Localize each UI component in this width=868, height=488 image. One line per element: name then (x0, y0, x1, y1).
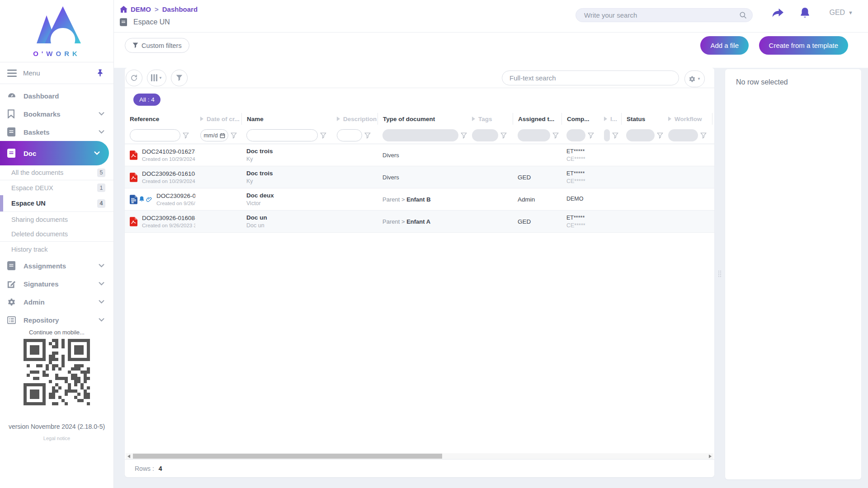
bell-icon[interactable] (799, 7, 811, 19)
sidebar-item-bookmarks[interactable]: Bookmarks (0, 105, 113, 123)
breadcrumb-root[interactable]: DEMO (131, 5, 151, 13)
create-from-template-button[interactable]: Create from a template (759, 36, 848, 55)
funnel-icon[interactable] (612, 132, 618, 139)
count-badge: 5 (97, 169, 105, 177)
user-menu[interactable]: GED ▼ (829, 9, 853, 17)
columns-button[interactable]: ▼ (147, 70, 166, 86)
sidebar-item-doc[interactable]: Doc (0, 141, 109, 165)
filter-reference-input[interactable] (130, 129, 180, 141)
sidebar: O'WORK Menu Dashboard Bookmarks (0, 0, 114, 488)
table-row[interactable]: DOC230926-01608-0Created on 9/26/2023 3:… (125, 211, 714, 233)
global-search (576, 8, 753, 22)
sidebar-item-signatures[interactable]: Signatures (0, 275, 113, 293)
filter-date-input[interactable]: mm/d (200, 129, 228, 141)
funnel-icon[interactable] (364, 132, 371, 139)
column-header-tags[interactable]: Tags (467, 113, 513, 125)
share-icon[interactable] (772, 7, 784, 19)
sidebar-item-label: Bookmarks (24, 110, 99, 118)
sidebar-nav: Dashboard Bookmarks Baskets Doc (0, 84, 113, 329)
sub-item-label: All the documents (11, 169, 97, 176)
column-header-reference[interactable]: Reference (125, 113, 195, 125)
scroll-right-arrow[interactable] (709, 455, 712, 458)
refresh-button[interactable] (126, 70, 142, 86)
book-icon (7, 261, 17, 270)
sidebar-item-label: Admin (24, 298, 99, 306)
table-row[interactable]: DOC230926-01610-3Created on 10/29/2024 1… (125, 166, 714, 188)
rows-label: Rows : (135, 465, 154, 472)
funnel-icon[interactable] (461, 132, 467, 139)
sidebar-item-dashboard[interactable]: Dashboard (0, 87, 113, 105)
funnel-icon[interactable] (552, 132, 559, 139)
panel-resize-handle[interactable] (718, 267, 722, 280)
scroll-left-arrow[interactable] (127, 455, 130, 458)
filter-i-disabled (604, 129, 610, 141)
all-count-badge[interactable]: All : 4 (133, 94, 160, 106)
hamburger-icon[interactable] (7, 70, 17, 77)
search-icon[interactable] (739, 11, 747, 19)
sidebar-item-admin[interactable]: Admin (0, 293, 113, 311)
space-title: Espace UN (133, 18, 170, 26)
sidebar-item-sharing-documents[interactable]: Sharing documents (0, 212, 113, 227)
sidebar-item-espace-un[interactable]: Espace UN 4 (0, 195, 113, 212)
column-header-status[interactable]: Status (621, 113, 663, 125)
breadcrumb-current[interactable]: Dashboard (162, 5, 198, 13)
scrollbar-thumb[interactable] (133, 454, 442, 459)
column-header-name[interactable]: Name (241, 113, 332, 125)
rows-count: 4 (159, 465, 162, 472)
legal-notice-link[interactable]: Legal notice (0, 436, 113, 441)
filter-button[interactable] (171, 70, 188, 86)
chevron-down-icon (99, 264, 104, 267)
sidebar-menu-row[interactable]: Menu (0, 62, 113, 84)
funnel-icon[interactable] (183, 132, 189, 139)
sidebar-item-all-documents[interactable]: All the documents 5 (0, 165, 113, 180)
app-logo[interactable]: O'WORK (0, 0, 113, 62)
sidebar-item-espace-deux[interactable]: Espace DEUX 1 (0, 180, 113, 195)
column-header-description[interactable]: Description (332, 113, 377, 125)
column-header-i[interactable]: I... (599, 113, 621, 125)
detail-panel: No row selected (725, 69, 861, 479)
sort-arrow-icon (200, 117, 203, 121)
sidebar-item-assignments[interactable]: Assignments (0, 257, 113, 275)
funnel-icon[interactable] (700, 132, 707, 139)
table-row[interactable]: DOC241029-01627-0Created on 10/29/2024 1… (125, 144, 714, 166)
global-search-input[interactable] (584, 11, 739, 19)
add-file-button[interactable]: Add a file (700, 36, 749, 55)
custom-filters-button[interactable]: Custom filters (125, 38, 189, 53)
funnel-icon[interactable] (657, 132, 663, 139)
grid-toolbar: ▼ ▼ (125, 68, 714, 88)
column-header-workflow[interactable]: Workflow (663, 113, 712, 125)
pin-icon[interactable] (97, 69, 104, 77)
column-header-assigned[interactable]: Assigned t... (513, 113, 561, 125)
chevron-down-icon (99, 300, 104, 304)
documents-grid: ▼ ▼ All : 4 Reference Date of cr... Name… (125, 68, 714, 477)
funnel-icon[interactable] (500, 132, 507, 139)
caret-down-icon: ▼ (159, 76, 162, 80)
pdf-file-icon (130, 217, 137, 226)
filter-description-input[interactable] (337, 129, 362, 141)
sidebar-item-baskets[interactable]: Baskets (0, 123, 113, 141)
chevron-down-icon (99, 318, 104, 322)
funnel-icon[interactable] (320, 132, 326, 139)
sidebar-item-deleted-documents[interactable]: Deleted documents (0, 227, 113, 242)
home-icon[interactable] (120, 6, 127, 13)
funnel-icon[interactable] (231, 132, 237, 139)
column-header-y[interactable]: Y... (712, 113, 714, 125)
grid-settings-button[interactable]: ▼ (684, 70, 705, 87)
table-row[interactable]: w DOC230926-01609-0Created on 9/26/2023 … (125, 188, 714, 211)
chevron-down-icon (94, 151, 100, 155)
column-header-company[interactable]: Comp... (561, 113, 599, 125)
sidebar-item-history-track[interactable]: History track (0, 242, 113, 257)
sidebar-item-repository[interactable]: Repository (0, 311, 113, 329)
horizontal-scrollbar[interactable] (126, 453, 713, 459)
word-file-icon: w (130, 195, 137, 204)
column-header-date[interactable]: Date of cr... (195, 113, 241, 125)
filter-name-input[interactable] (246, 129, 318, 141)
fulltext-search-input[interactable] (502, 70, 679, 85)
gear-icon (7, 298, 17, 306)
sidebar-item-label: Signatures (24, 280, 99, 288)
table-header-row: Reference Date of cr... Name Description… (125, 111, 714, 127)
column-header-type[interactable]: Type of document (377, 113, 467, 125)
filter-status-disabled (626, 129, 655, 141)
funnel-icon[interactable] (588, 132, 594, 139)
user-menu-label: GED (829, 9, 845, 17)
